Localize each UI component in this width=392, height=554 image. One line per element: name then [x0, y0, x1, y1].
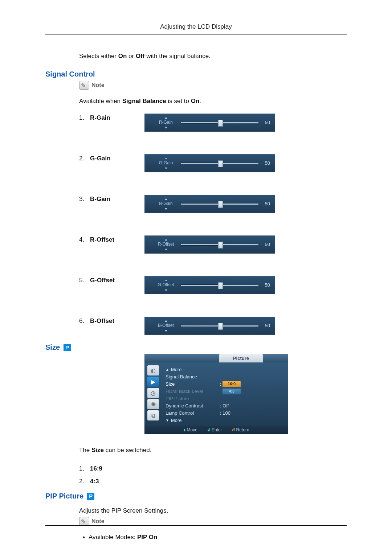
- down-arrow-icon[interactable]: ▼: [164, 126, 168, 130]
- note-icon: [79, 81, 89, 90]
- p-badge-icon: P: [64, 344, 71, 351]
- osd-signal-balance[interactable]: Signal Balance: [166, 374, 220, 381]
- p-badge-icon: P: [87, 493, 94, 500]
- slider-label: B-Gain: [157, 201, 175, 207]
- slider-value: 50: [265, 119, 270, 126]
- slider-value: 50: [265, 323, 270, 329]
- down-arrow-icon[interactable]: ▼: [164, 329, 168, 333]
- slider-value: 50: [265, 201, 270, 208]
- osd-footer-move: ♦Move: [183, 427, 197, 433]
- slider-thumb[interactable]: [218, 242, 223, 249]
- picture-osd-menu[interactable]: Picture ◐ ▶ ◷ ✺ ⧉ ▲More Signal Balance S…: [144, 354, 288, 434]
- osd-size[interactable]: Size: [166, 381, 220, 388]
- b-offset-slider[interactable]: ▲ B-Offset ▼ 50: [144, 317, 275, 335]
- size-description: The Size can be switched.: [79, 446, 347, 455]
- r-gain-slider[interactable]: ▲ R-Gain ▼ 50: [144, 114, 275, 132]
- sound-icon[interactable]: ◷: [147, 388, 159, 398]
- intro-paragraph: Selects either On or Off with the signal…: [79, 52, 347, 61]
- pip-picture-heading: PIP Picture P: [45, 491, 347, 501]
- slider-label: B-Offset: [157, 323, 175, 329]
- osd-hdmi-black-level: HDMI Black Level: [166, 388, 220, 395]
- slider-value: 50: [265, 160, 270, 167]
- down-arrow-icon[interactable]: ▼: [164, 207, 168, 212]
- slider-thumb[interactable]: [218, 323, 223, 330]
- list-item: • Available Modes: PIP On: [79, 533, 347, 542]
- g-offset-slider[interactable]: ▲ G-Offset ▼ 50: [144, 276, 275, 294]
- b-gain-slider[interactable]: ▲ B-Gain ▼ 50: [144, 195, 275, 213]
- signal-control-heading: Signal Control: [45, 69, 347, 79]
- size-option-list: 1. 16:9 2. 4:3: [79, 464, 347, 486]
- note-label: Note: [91, 517, 105, 525]
- signal-control-availability: Available when Signal Balance is set to …: [79, 97, 347, 106]
- list-item: 4. R-Offset ▲ R-Offset ▼ 50: [79, 235, 347, 254]
- osd-pip-picture: PIP Picture: [166, 395, 220, 402]
- footer-rule: [45, 525, 347, 526]
- input-icon[interactable]: ◐: [147, 365, 159, 376]
- osd-dynamic-contrast-value: : Off: [220, 403, 229, 410]
- slider-label: G-Offset: [157, 282, 175, 288]
- note-label: Note: [91, 81, 105, 89]
- list-item: 6. B-Offset ▲ B-Offset ▼ 50: [79, 317, 347, 335]
- slider-label: R-Offset: [157, 241, 175, 247]
- g-gain-slider[interactable]: ▲ G-Gain ▼ 50: [144, 154, 275, 172]
- osd-more-down[interactable]: More: [171, 417, 225, 424]
- slider-label: R-Gain: [157, 119, 175, 126]
- slider-thumb[interactable]: [218, 282, 223, 289]
- osd-tab-picture[interactable]: Picture: [219, 354, 263, 362]
- osd-dynamic-contrast[interactable]: Dynamic Contrast: [166, 403, 220, 410]
- slider-value: 50: [265, 241, 270, 248]
- slider-label: G-Gain: [157, 160, 175, 166]
- slider-thumb[interactable]: [218, 120, 223, 127]
- osd-more-up[interactable]: More: [171, 366, 225, 373]
- osd-lamp-control[interactable]: Lamp Control: [166, 410, 220, 417]
- slider-value: 50: [265, 282, 270, 289]
- list-item: 2. 4:3: [79, 477, 347, 486]
- osd-sidebar-icons: ◐ ▶ ◷ ✺ ⧉: [147, 365, 161, 424]
- setup-icon[interactable]: ✺: [147, 399, 159, 409]
- size-heading: Size P: [45, 342, 347, 353]
- multi-icon[interactable]: ⧉: [147, 410, 159, 420]
- down-arrow-icon[interactable]: ▼: [164, 288, 168, 293]
- down-arrow-icon[interactable]: ▼: [164, 247, 168, 252]
- osd-size-value[interactable]: 16:9: [222, 381, 241, 387]
- osd-footer-return: ↺Return: [232, 427, 249, 433]
- down-arrow-icon[interactable]: ▼: [164, 166, 168, 171]
- picture-icon[interactable]: ▶: [147, 377, 159, 387]
- page-header-title: Adjusting the LCD Display: [45, 23, 347, 34]
- list-item: 3. B-Gain ▲ B-Gain ▼ 50: [79, 195, 347, 213]
- pip-description: Adjusts the PIP Screen Settings.: [79, 506, 347, 516]
- list-item: 5. G-Offset ▲ G-Offset ▼ 50: [79, 276, 347, 294]
- r-offset-slider[interactable]: ▲ R-Offset ▼ 50: [144, 235, 275, 254]
- list-item: 1. R-Gain ▲ R-Gain ▼ 50: [79, 114, 347, 132]
- pip-mode-list: • Available Modes: PIP On: [79, 533, 347, 542]
- list-item: 2. G-Gain ▲ G-Gain ▼ 50: [79, 154, 347, 172]
- list-item: 1. 16:9: [79, 464, 347, 473]
- osd-hdmi-value: 4:3: [222, 389, 241, 394]
- signal-control-list: 1. R-Gain ▲ R-Gain ▼ 50 2. G-Gain: [79, 114, 347, 335]
- slider-thumb[interactable]: [218, 201, 223, 208]
- osd-lamp-control-value: : 100: [220, 410, 230, 417]
- note-icon: [79, 517, 89, 526]
- osd-footer-enter: ↲Enter: [207, 427, 222, 433]
- slider-thumb[interactable]: [218, 160, 223, 167]
